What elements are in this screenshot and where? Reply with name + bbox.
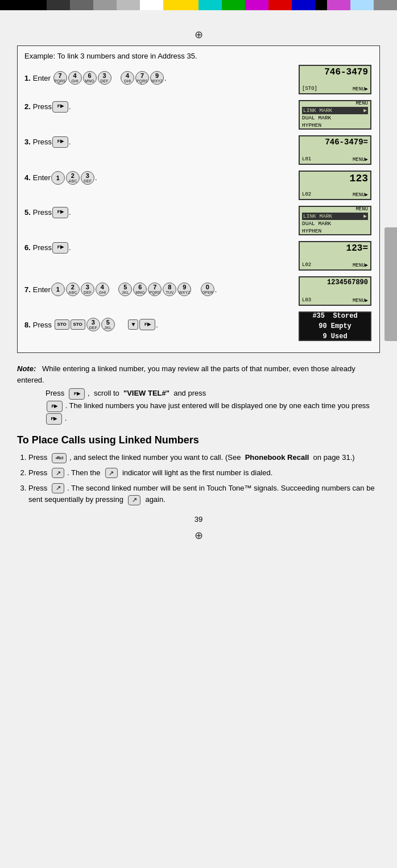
numbered-list: Press •Rcl , and select the linked numbe…: [28, 452, 380, 506]
key-f-3: F▶: [52, 136, 68, 148]
key-phone-3: ↗: [52, 483, 64, 493]
step-4-screen: 123 L02 MENU▶: [299, 171, 373, 200]
note-press-1: Press: [46, 389, 67, 397]
key-0oper-7: 0OPER: [201, 283, 214, 296]
step-1-num: 1.: [24, 72, 31, 85]
step-3-label: Press: [33, 135, 52, 148]
step-4-period: .: [95, 171, 97, 184]
lcd-7-line1: 1234567890: [302, 279, 368, 286]
step-7-label: Enter: [33, 283, 51, 296]
key-4ghi-2: 4GHI: [121, 71, 134, 85]
note-text-1: While entering a linked number, you may …: [17, 364, 355, 384]
top-crosshair-icon: ⊕: [195, 28, 203, 41]
lcd-7: 1234567890 L03 MENU▶: [299, 276, 371, 306]
step-1-content: 1. Enter 7PQRS 4GHI 6MNO 3DEF 4GHI 7PQRS…: [24, 65, 294, 92]
step-3-screen: 746-3479= L01 MENU▶: [299, 135, 373, 165]
step-1-period: .: [164, 72, 167, 85]
step-3-num: 3.: [24, 135, 31, 148]
lcd-3-menu: MENU▶: [353, 156, 368, 163]
step-3: 3. Press F▶ . 746-3479= L01 MENU▶: [24, 135, 373, 165]
key-4ghi: 4GHI: [68, 71, 82, 85]
lcd-3-line2: L01 MENU▶: [302, 156, 368, 163]
step-7-num: 7.: [24, 283, 31, 296]
key-9wxyz-7: 9WXYZ: [177, 283, 191, 296]
lcd-6: 123= L02 MENU▶: [299, 241, 371, 271]
lcd-4: 123 L02 MENU▶: [299, 171, 371, 200]
lcd-6-l02: L02: [302, 262, 311, 268]
cb-yellow: [163, 0, 198, 10]
list-1-end: on page 31.): [311, 453, 355, 462]
key-phone-2b: ↗: [105, 468, 118, 478]
lcd-2-item3: HYPHEN: [302, 122, 368, 129]
key-phone-2: ↗: [52, 468, 64, 478]
list-1-press: Press: [28, 453, 49, 462]
key-7pqrs: 7PQRS: [53, 71, 67, 85]
key-6mno: 6MNO: [83, 71, 97, 85]
cb-magenta: [245, 0, 268, 10]
cb-seg-5: [117, 0, 140, 10]
step-8-left: 8. Press STO STO 3DEF 5JKL ▼ F▶ .: [24, 312, 294, 338]
note-text-and-press: and press: [172, 389, 206, 397]
key-6mno-7: 6MNO: [133, 283, 147, 296]
section-heading: To Place Calls using Linked Numbers: [17, 434, 380, 446]
cb-red: [268, 0, 292, 10]
example-title: Example: To link 3 numbers and store in …: [24, 52, 373, 60]
key-3def-8: 3DEF: [86, 318, 100, 331]
step-2-left: 2. Press F▶ .: [24, 100, 294, 113]
key-8tuv-7: 8TUV: [163, 283, 176, 296]
lcd-5-item2: DUAL MARK: [302, 220, 368, 227]
note-label: Note:: [17, 364, 40, 373]
lcd-7-line2: L03 MENU▶: [302, 297, 368, 304]
cb-seg-6: [140, 0, 163, 10]
note-paragraph-1: Note: While entering a linked number, yo…: [17, 363, 380, 385]
step-4-left: 4. Enter 1 2ABC 3DEF .: [24, 171, 294, 185]
lcd-1-line2: [STO] MENU▶: [302, 86, 368, 92]
lcd-5-item1: LINK MARK ▶: [302, 213, 368, 220]
step-8-num: 8.: [24, 318, 31, 331]
lcd-7-l03: L03: [302, 297, 311, 304]
key-down-8: ▼: [128, 319, 138, 330]
step-5-content: 5. Press F▶ .: [24, 206, 294, 219]
key-rcl-1: •Rcl: [52, 453, 67, 463]
key-sto-1: STO: [55, 319, 69, 330]
lcd-6-menu: MENU▶: [353, 262, 368, 268]
step-7: 7. Enter 1 2ABC 3DEF 4GHI 5JKL 6MNO 7PQR…: [24, 276, 373, 306]
lcd-2-linkmark: LINK MARK: [303, 107, 332, 114]
step-4-num: 4.: [24, 171, 31, 184]
lcd-5: MENU LINK MARK ▶ DUAL MARK HYPHEN: [299, 206, 371, 235]
example-subtitle: To link 3 numbers and store in Address 3…: [57, 52, 197, 60]
lcd-7-menu: MENU▶: [353, 297, 368, 304]
lcd-1-sto: [STO]: [302, 86, 317, 92]
lcd-2: MENU LINK MARK ▶ DUAL MARK HYPHEN: [299, 100, 371, 130]
step-2-screen: MENU LINK MARK ▶ DUAL MARK HYPHEN: [299, 100, 373, 130]
note-paragraph-2: Press F▶ , scroll to "VIEW TEL#" and pre…: [46, 388, 380, 425]
list-item-3: Press ↗ . The second linked number will …: [28, 483, 380, 506]
step-2-num: 2.: [24, 100, 31, 113]
example-label: Example:: [24, 52, 55, 60]
step-6-content: 6. Press F▶ .: [24, 241, 294, 254]
page-content: ⊕ Example: To link 3 numbers and store i…: [0, 10, 397, 553]
lcd-6-line2: L02 MENU▶: [302, 262, 368, 268]
key-7pqrs-7: 7PQRS: [148, 283, 162, 296]
step-4: 4. Enter 1 2ABC 3DEF . 123 L02 MENU▶: [24, 171, 373, 200]
cb-blue: [292, 0, 315, 10]
lcd-8-line2: 90 Empty: [303, 321, 367, 331]
step-2-content: 2. Press F▶ .: [24, 100, 294, 113]
key-3def-4: 3DEF: [81, 171, 94, 185]
key-fn-note-3: F▶: [46, 413, 62, 425]
list-2-end: indicator will light as the first number…: [120, 468, 272, 477]
step-8-label: Press: [33, 318, 54, 331]
bottom-crosshair-area: ⊕: [17, 529, 380, 542]
key-f-5: F▶: [52, 207, 68, 218]
lcd-8: #35 Stored 90 Empty 9 Used: [299, 312, 371, 341]
step-6-label: Press: [33, 241, 52, 254]
lcd-8-line3: 9 Used: [303, 331, 367, 341]
lcd-1-line1: 746-3479: [302, 67, 368, 77]
lcd-5-arrow: ▶: [363, 213, 367, 220]
lcd-4-l02: L02: [302, 192, 311, 198]
step-2: 2. Press F▶ . MENU LINK MARK ▶ DUAL MARK…: [24, 100, 373, 130]
step-1-label: Enter: [33, 72, 53, 85]
cb-cyan: [198, 0, 222, 10]
cb-seg-1: [0, 0, 47, 10]
list-item-2: Press ↗ . Then the ↗ indicator will ligh…: [28, 467, 380, 479]
